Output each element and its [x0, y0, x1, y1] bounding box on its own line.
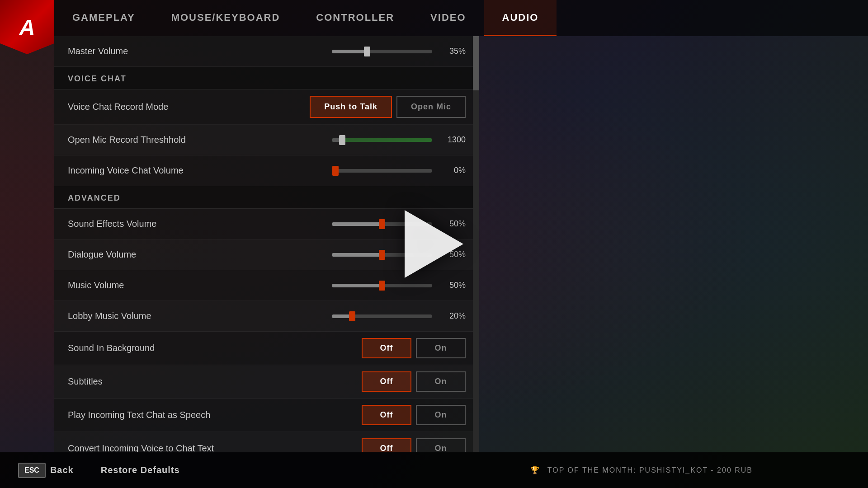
master-volume-control: 35%: [332, 47, 466, 56]
mic-threshold-track[interactable]: [332, 138, 432, 142]
music-volume-thumb[interactable]: [379, 281, 385, 291]
dialogue-volume-value: 50%: [439, 250, 466, 259]
dialogue-volume-thumb[interactable]: [379, 250, 385, 260]
lobby-music-volume-label: Lobby Music Volume: [68, 311, 332, 321]
sound-effects-volume-label: Sound Effects Volume: [68, 219, 332, 229]
play-text-as-speech-off[interactable]: Off: [362, 405, 411, 425]
play-text-as-speech-on[interactable]: On: [416, 405, 466, 425]
lobby-music-volume-thumb[interactable]: [349, 311, 355, 321]
sound-effects-volume-track[interactable]: [332, 222, 432, 226]
subtitles-on[interactable]: On: [416, 371, 466, 392]
sound-in-background-control: Off On: [362, 338, 466, 358]
voice-chat-record-mode-row: Voice Chat Record Mode Push to Talk Open…: [54, 89, 479, 125]
lobby-music-volume-track[interactable]: [332, 314, 432, 318]
voice-chat-header: VOICE CHAT: [54, 67, 479, 89]
master-volume-thumb[interactable]: [364, 47, 370, 56]
mic-threshold-row: Open Mic Record Threshhold 1300: [54, 125, 479, 155]
esc-key: ESC: [18, 463, 46, 478]
master-volume-label: Master Volume: [68, 46, 332, 56]
sound-effects-volume-row: Sound Effects Volume 50%: [54, 209, 479, 239]
settings-panel: Master Volume 35% VOICE CHAT Voice Chat …: [54, 36, 479, 452]
master-volume-fill: [332, 50, 367, 53]
convert-voice-to-text-on[interactable]: On: [416, 438, 466, 452]
sound-in-background-row: Sound In Background Off On: [54, 332, 479, 365]
music-volume-value: 50%: [439, 281, 466, 290]
subtitles-control: Off On: [362, 371, 466, 392]
sound-effects-volume-thumb[interactable]: [379, 219, 385, 229]
scroll-track[interactable]: [473, 36, 479, 452]
logo: A: [0, 0, 54, 54]
convert-voice-to-text-control: Off On: [362, 438, 466, 452]
master-volume-row: Master Volume 35%: [54, 36, 479, 67]
music-volume-fill: [332, 284, 382, 287]
back-button[interactable]: Back: [50, 465, 74, 475]
dialogue-volume-control: 50%: [332, 250, 466, 259]
tab-mouse-keyboard[interactable]: MOUSE/KEYBOARD: [153, 0, 298, 36]
voice-chat-record-mode-control: Push to Talk Open Mic: [310, 96, 466, 118]
convert-voice-to-text-row: Convert Incoming Voice to Chat Text Off …: [54, 432, 479, 452]
incoming-voice-volume-track[interactable]: [332, 169, 432, 173]
dialogue-volume-label: Dialogue Volume: [68, 249, 332, 260]
music-volume-label: Music Volume: [68, 280, 332, 291]
lobby-music-volume-value: 20%: [439, 311, 466, 321]
open-mic-button[interactable]: Open Mic: [396, 96, 466, 118]
convert-voice-to-text-off[interactable]: Off: [362, 438, 411, 452]
subtitles-off[interactable]: Off: [362, 371, 411, 392]
play-text-as-speech-label: Play Incoming Text Chat as Speech: [68, 410, 362, 420]
advanced-header: ADVANCED: [54, 186, 479, 209]
lobby-music-volume-row: Lobby Music Volume 20%: [54, 301, 479, 332]
dialogue-volume-row: Dialogue Volume 50%: [54, 239, 479, 270]
master-volume-track[interactable]: [332, 50, 432, 53]
incoming-voice-volume-row: Incoming Voice Chat Volume 0%: [54, 155, 479, 186]
music-volume-row: Music Volume 50%: [54, 270, 479, 301]
subtitles-label: Subtitles: [68, 376, 362, 387]
sound-effects-volume-control: 50%: [332, 219, 466, 229]
incoming-voice-volume-control: 0%: [332, 166, 466, 175]
mic-threshold-value: 1300: [439, 135, 466, 145]
sound-in-background-on[interactable]: On: [416, 338, 466, 358]
nav-tabs: GAMEPLAY MOUSE/KEYBOARD CONTROLLER VIDEO…: [54, 0, 868, 36]
bottom-bar: ESC Back Restore Defaults 🏆 TOP OF THE M…: [0, 452, 868, 488]
incoming-voice-volume-label: Incoming Voice Chat Volume: [68, 165, 332, 176]
incoming-voice-volume-value: 0%: [439, 166, 466, 175]
logo-icon: A: [19, 15, 35, 40]
dialogue-volume-track[interactable]: [332, 253, 432, 257]
incoming-voice-volume-thumb[interactable]: [332, 166, 339, 176]
master-volume-value: 35%: [439, 47, 466, 56]
sound-effects-volume-value: 50%: [439, 219, 466, 229]
trophy-icon: 🏆: [530, 466, 540, 474]
tab-audio[interactable]: AUDIO: [484, 0, 557, 36]
mic-threshold-label: Open Mic Record Threshhold: [68, 135, 332, 145]
tab-gameplay[interactable]: GAMEPLAY: [54, 0, 153, 36]
music-volume-control: 50%: [332, 281, 466, 290]
play-text-as-speech-control: Off On: [362, 405, 466, 425]
restore-defaults-button[interactable]: Restore Defaults: [101, 465, 180, 475]
lobby-music-volume-control: 20%: [332, 311, 466, 321]
dialogue-volume-fill: [332, 253, 382, 257]
tab-video[interactable]: VIDEO: [412, 0, 484, 36]
music-volume-track[interactable]: [332, 284, 432, 287]
subtitles-row: Subtitles Off On: [54, 365, 479, 399]
trophy-text: TOP OF THE MONTH: PUSHISTYI_KOT - 200 RU…: [547, 466, 753, 474]
convert-voice-to-text-label: Convert Incoming Voice to Chat Text: [68, 443, 362, 452]
mic-threshold-thumb[interactable]: [339, 135, 345, 145]
voice-chat-record-mode-label: Voice Chat Record Mode: [68, 102, 310, 112]
sound-effects-volume-fill: [332, 222, 382, 226]
main-content: Master Volume 35% VOICE CHAT Voice Chat …: [54, 36, 479, 452]
play-text-as-speech-row: Play Incoming Text Chat as Speech Off On: [54, 399, 479, 432]
mic-threshold-control: 1300: [332, 135, 466, 145]
push-to-talk-button[interactable]: Push to Talk: [310, 96, 392, 118]
tab-controller[interactable]: CONTROLLER: [298, 0, 412, 36]
scroll-thumb[interactable]: [473, 36, 479, 90]
sound-in-background-off[interactable]: Off: [362, 338, 411, 358]
sound-in-background-label: Sound In Background: [68, 343, 362, 353]
